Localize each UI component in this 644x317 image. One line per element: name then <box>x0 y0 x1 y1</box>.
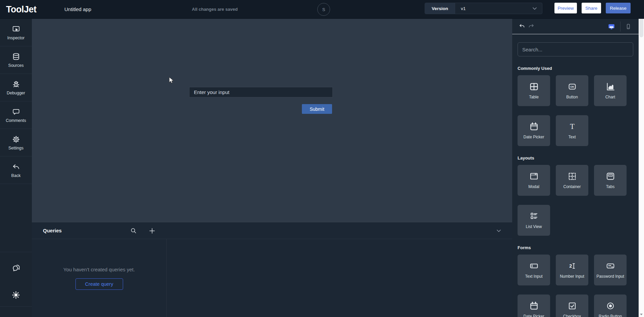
version-value: v1 <box>455 3 531 14</box>
widget-card-password-input[interactable]: ** Password Input <box>594 255 627 285</box>
preview-button[interactable]: Preview <box>554 3 577 13</box>
collapse-panel-icon[interactable] <box>495 227 503 235</box>
widget-section-commonly-used: Commonly Used Table OK Button Chart Date… <box>518 66 633 146</box>
version-label: Version <box>425 3 455 14</box>
undo-icon[interactable] <box>518 22 526 31</box>
number-input-icon: 2 <box>567 261 577 271</box>
container-icon <box>567 171 577 181</box>
tooljet-app-builder: ToolJet Untitled app All changes are sav… <box>0 0 644 317</box>
sidebar-item-settings[interactable]: Settings <box>0 129 32 156</box>
widget-card-date-picker[interactable]: Date Picker <box>518 115 550 146</box>
widget-card-checkbox[interactable]: Checkbox <box>556 295 588 317</box>
sidebar-item-inspector[interactable]: Inspector <box>0 19 32 46</box>
radio-button-icon <box>605 301 615 311</box>
queries-body: You haven't created queries yet. Create … <box>32 239 512 317</box>
password-input-icon: ** <box>605 261 615 271</box>
modal-icon <box>529 171 539 181</box>
svg-text:T: T <box>570 122 575 131</box>
sidebar-item-sources[interactable]: Sources <box>0 46 32 74</box>
app-name[interactable]: Untitled app <box>64 0 91 19</box>
widget-grid: Table OK Button Chart Date Picker T Text <box>518 75 633 146</box>
topbar: ToolJet Untitled app All changes are sav… <box>0 0 644 19</box>
sidebar-nav: Inspector Sources Debugger Comments Sett… <box>0 19 32 184</box>
widgets-panel-header <box>512 19 639 34</box>
queries-header: Queries <box>32 222 512 239</box>
widget-card-number-input[interactable]: 2 Number Input <box>556 255 588 285</box>
calendar-icon <box>529 301 539 311</box>
widget-card-text-input[interactable]: Text Input <box>518 255 550 285</box>
desktop-view-icon[interactable] <box>607 22 615 31</box>
tabs-icon <box>605 171 615 181</box>
widget-section-title: Forms <box>518 245 633 251</box>
version-dropdown[interactable]: Version v1 <box>425 3 542 14</box>
widget-card-date-picker[interactable]: Date Picker <box>518 295 550 317</box>
sidebar-item-debugger[interactable]: Debugger <box>0 74 32 101</box>
theme-toggle-button[interactable] <box>0 284 32 307</box>
device-toggle-divider <box>620 21 621 32</box>
sidebar-item-back[interactable]: Back <box>0 156 32 184</box>
widget-grid: Text Input 2 Number Input ** Password In… <box>518 255 633 317</box>
scrollbar-down-arrow[interactable] <box>639 312 644 317</box>
widget-card-text[interactable]: T Text <box>556 115 588 146</box>
app-canvas[interactable]: Submit <box>32 19 512 222</box>
widgets-body: Commonly Used Table OK Button Chart Date… <box>512 34 639 317</box>
queries-panel: Queries You haven't created queries yet.… <box>32 222 512 317</box>
avatar[interactable]: S <box>317 3 330 16</box>
svg-text:OK: OK <box>570 85 574 88</box>
mouse-cursor <box>168 77 175 84</box>
database-icon <box>12 52 20 61</box>
inspector-icon <box>12 25 20 34</box>
create-query-button[interactable]: Create query <box>75 278 123 290</box>
queries-title: Queries <box>43 222 62 239</box>
gear-icon <box>12 135 20 144</box>
widgets-panel: Commonly Used Table OK Button Chart Date… <box>512 19 639 317</box>
text-input-widget[interactable] <box>189 87 333 97</box>
table-icon <box>529 82 539 92</box>
widget-section-forms: Forms Text Input 2 Number Input ** Passw… <box>518 245 633 317</box>
button-ok-icon: OK <box>567 82 577 92</box>
save-status: All changes are saved <box>192 0 238 19</box>
release-button[interactable]: Release <box>606 3 631 13</box>
widget-grid: Modal Container Tabs List View <box>518 165 633 236</box>
text-input-icon <box>529 261 539 271</box>
bug-icon <box>12 80 20 89</box>
svg-text:**: ** <box>608 264 611 268</box>
search-icon[interactable] <box>129 227 138 235</box>
widget-card-radio-button[interactable]: Radio Button <box>594 295 627 317</box>
page-scrollbar[interactable] <box>639 0 644 317</box>
sun-theme-icon <box>11 290 20 300</box>
widget-card-table[interactable]: Table <box>518 75 550 106</box>
widget-section-title: Layouts <box>518 155 633 161</box>
left-sidebar: Inspector Sources Debugger Comments Sett… <box>0 19 32 317</box>
back-arrow-icon <box>12 163 20 171</box>
chart-icon <box>605 82 615 92</box>
queries-empty-message: You haven't created queries yet. <box>63 267 135 272</box>
queries-empty-state: You haven't created queries yet. Create … <box>32 239 167 317</box>
calendar-icon <box>529 122 539 132</box>
widget-section-title: Commonly Used <box>518 66 633 71</box>
tooljet-logo: ToolJet <box>6 0 37 19</box>
widget-sections: Commonly Used Table OK Button Chart Date… <box>518 66 633 317</box>
share-button[interactable]: Share <box>582 3 601 13</box>
widget-card-list-view[interactable]: List View <box>518 205 550 236</box>
text-icon: T <box>567 122 577 132</box>
list-view-icon <box>529 211 539 221</box>
widget-card-container[interactable]: Container <box>556 165 588 196</box>
widget-section-layouts: Layouts Modal Container Tabs List View <box>518 155 633 236</box>
add-query-icon[interactable] <box>148 227 156 235</box>
widget-search-input[interactable] <box>518 42 633 56</box>
comment-icon <box>12 107 20 116</box>
chevron-down-icon <box>531 3 542 14</box>
checkbox-icon <box>567 301 577 311</box>
redo-icon[interactable] <box>527 22 535 31</box>
svg-text:2: 2 <box>569 263 572 269</box>
mobile-view-icon[interactable] <box>624 22 632 31</box>
widget-card-tabs[interactable]: Tabs <box>594 165 627 196</box>
sidebar-item-comments[interactable]: Comments <box>0 101 32 129</box>
chat-bubbles-icon <box>11 263 21 273</box>
chat-toggle-button[interactable] <box>0 252 32 284</box>
widget-card-chart[interactable]: Chart <box>594 75 627 106</box>
widget-card-modal[interactable]: Modal <box>518 165 550 196</box>
widget-card-button[interactable]: OK Button <box>556 75 588 106</box>
submit-button-widget[interactable]: Submit <box>302 104 332 114</box>
